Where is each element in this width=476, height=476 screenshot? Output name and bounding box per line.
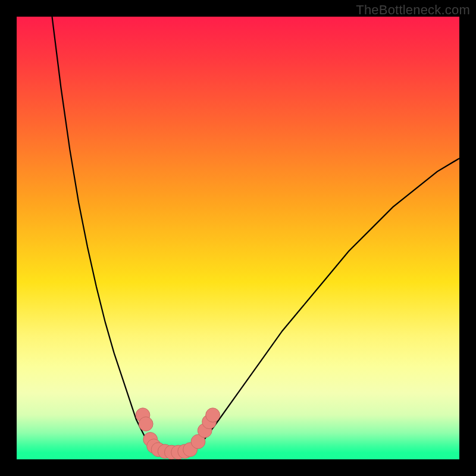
- chart-plot-area: [17, 17, 459, 459]
- data-marker: [206, 408, 220, 422]
- watermark-text: TheBottleneck.com: [356, 2, 470, 18]
- data-marker: [139, 417, 153, 431]
- bottleneck-curve: [52, 17, 460, 453]
- data-markers: [136, 408, 220, 459]
- chart-frame: TheBottleneck.com: [0, 0, 476, 476]
- chart-svg: [17, 17, 459, 459]
